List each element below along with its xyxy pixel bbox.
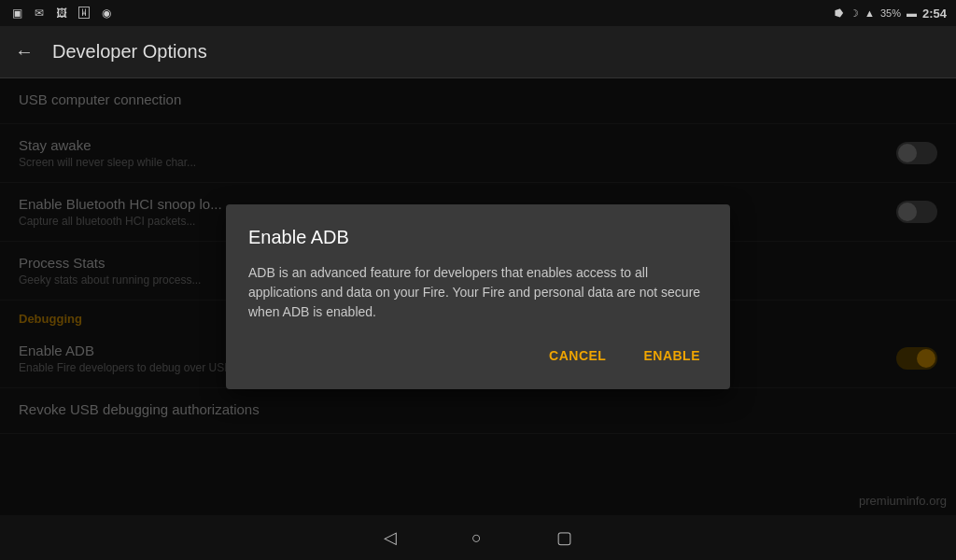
- notification-icon-3: 🖼: [54, 7, 69, 20]
- cancel-button[interactable]: CANCEL: [541, 344, 613, 367]
- moon-icon: ☽: [850, 7, 859, 20]
- notification-icon-2: ✉: [32, 7, 47, 20]
- page-title: Developer Options: [52, 41, 207, 63]
- dialog-title: Enable ADB: [248, 227, 708, 248]
- back-button[interactable]: ←: [15, 41, 34, 63]
- back-nav-button[interactable]: ◁: [384, 527, 397, 548]
- notification-icon-5: ◉: [99, 7, 114, 20]
- clock: 2:54: [922, 7, 947, 21]
- wifi-icon: ▲: [865, 7, 875, 19]
- bluetooth-icon: ⭓: [835, 7, 844, 20]
- nav-bar: ◁ ○ ▢: [0, 515, 956, 560]
- notification-icon-4: 🅆: [77, 7, 91, 20]
- enable-adb-dialog: Enable ADB ADB is an advanced feature fo…: [226, 204, 730, 389]
- notification-icon-1: ▣: [9, 7, 24, 20]
- settings-content: USB computer connection Stay awake Scree…: [0, 78, 956, 515]
- enable-button[interactable]: ENABLE: [636, 344, 708, 367]
- status-icons-right: ⭓ ☽ ▲ 35% ▬ 2:54: [835, 7, 947, 21]
- battery-level: 35%: [880, 7, 901, 19]
- dialog-overlay: Enable ADB ADB is an advanced feature fo…: [0, 78, 956, 515]
- home-nav-button[interactable]: ○: [471, 528, 482, 548]
- dialog-body: ADB is an advanced feature for developer…: [248, 263, 708, 322]
- battery-icon: ▬: [907, 7, 917, 19]
- recents-nav-button[interactable]: ▢: [556, 527, 572, 548]
- dialog-buttons: CANCEL ENABLE: [248, 344, 708, 367]
- status-icons-left: ▣ ✉ 🖼 🅆 ◉: [9, 7, 114, 20]
- status-bar: ▣ ✉ 🖼 🅆 ◉ ⭓ ☽ ▲ 35% ▬ 2:54: [0, 0, 956, 26]
- toolbar: ← Developer Options: [0, 26, 956, 78]
